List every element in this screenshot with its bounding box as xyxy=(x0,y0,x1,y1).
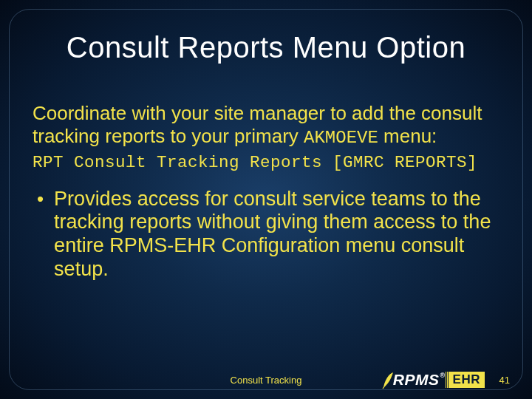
slide: Consult Reports Menu Option Coordinate w… xyxy=(0,0,532,399)
intro-part2: menu: xyxy=(378,125,437,147)
intro-text: Coordinate with your site manager to add… xyxy=(33,102,499,149)
ehr-stripe xyxy=(446,372,449,388)
code-line: RPT Consult Tracking Reports [GMRC REPOR… xyxy=(33,153,499,173)
rpms-letters: RPMS xyxy=(393,371,440,389)
intro-mono: AKMOEVE xyxy=(304,128,378,148)
registered-mark: ® xyxy=(440,372,445,379)
bullet-text: Provides access for consult service team… xyxy=(54,188,499,282)
slide-title: Consult Reports Menu Option xyxy=(0,31,532,64)
logo: RPMS® EHR xyxy=(381,371,485,389)
slide-body: Coordinate with your site manager to add… xyxy=(33,102,499,282)
bullet-item: • Provides access for consult service te… xyxy=(33,188,499,282)
ehr-box: EHR xyxy=(449,372,485,388)
rpms-text: RPMS® xyxy=(393,371,446,389)
bullet-dot: • xyxy=(37,188,44,282)
page-number: 41 xyxy=(499,375,510,386)
ehr-text: EHR xyxy=(453,372,480,386)
